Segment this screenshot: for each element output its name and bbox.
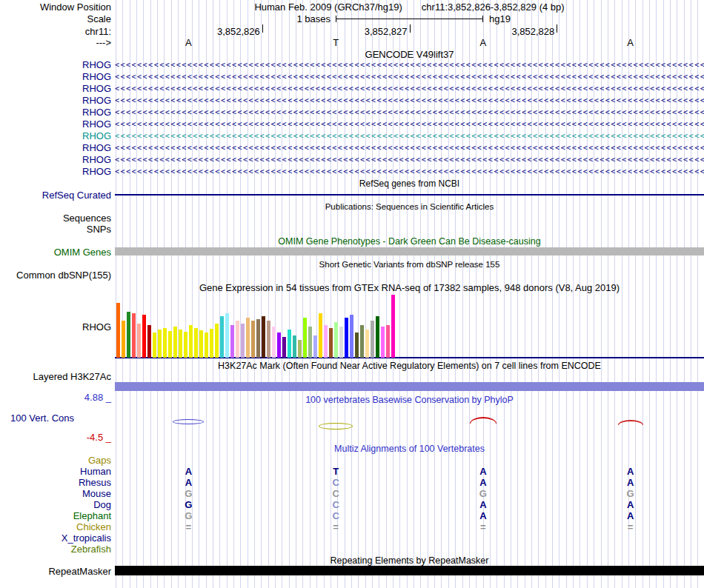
gene-row-label[interactable]: RHOG [0,130,111,142]
conservation-mark[interactable] [618,420,643,425]
species-label[interactable]: Rhesus [0,477,111,488]
gtex-bar[interactable] [199,330,203,358]
gene-arrow-row[interactable]: <<<<<<<<<<<<<<<<<<<<<<<<<<<<<<<<<<<<<<<<… [115,95,704,107]
gtex-bar[interactable] [277,333,281,358]
gene-row-label[interactable]: RHOG [0,59,111,71]
gene-row-label[interactable]: RHOG [0,107,111,118]
gtex-bar[interactable] [303,318,307,358]
h3k27ac-signal-bar[interactable] [115,382,704,391]
gtex-bar[interactable] [230,325,234,358]
gtex-bar[interactable] [246,318,250,358]
repeatmasker-element-bar[interactable] [115,566,704,575]
species-label[interactable]: Chicken [0,521,111,532]
gtex-bar[interactable] [386,325,390,358]
gene-row-label[interactable]: RHOG [0,154,111,166]
gtex-bar[interactable] [381,327,385,358]
gene-arrow-row[interactable]: <<<<<<<<<<<<<<<<<<<<<<<<<<<<<<<<<<<<<<<<… [115,166,704,178]
gtex-bar[interactable] [272,327,276,358]
gtex-bar[interactable] [355,333,359,358]
gtex-bar[interactable] [142,315,146,358]
gtex-bar[interactable] [236,321,239,358]
species-label[interactable]: Gaps [0,455,111,466]
gtex-bar[interactable] [262,316,265,358]
species-label[interactable]: Human [0,466,111,477]
species-label[interactable]: Mouse [0,488,111,499]
layered-h3k27ac-label[interactable]: Layered H3K27Ac [0,371,111,382]
gtex-bar[interactable] [241,324,245,358]
species-label[interactable]: Dog [0,499,111,510]
snps-track-label[interactable]: SNPs [0,224,111,235]
gtex-bar[interactable] [308,327,312,358]
common-dbsnp-label[interactable]: Common dbSNP(155) [0,270,111,281]
gene-row-label[interactable]: RHOG [0,142,111,154]
refseq-gene-line[interactable] [115,194,704,196]
gene-arrow-row[interactable]: <<<<<<<<<<<<<<<<<<<<<<<<<<<<<<<<<<<<<<<<… [115,83,704,95]
gene-arrow-row[interactable]: <<<<<<<<<<<<<<<<<<<<<<<<<<<<<<<<<<<<<<<<… [115,59,704,71]
gtex-bar[interactable] [360,325,364,358]
gtex-bar[interactable] [365,330,369,358]
gtex-bar[interactable] [132,313,136,358]
gtex-bar[interactable] [298,340,302,358]
gene-row-label[interactable]: RHOG [0,166,111,178]
gtex-bar[interactable] [153,333,156,358]
gtex-bar[interactable] [293,335,296,358]
gtex-bar[interactable] [225,313,229,358]
gtex-bar[interactable] [179,330,182,358]
gtex-bar[interactable] [313,335,317,358]
gene-row-label[interactable]: RHOG [0,71,111,83]
gtex-bar[interactable] [319,313,322,358]
species-label[interactable]: X_tropicalis [0,532,111,544]
gtex-bar[interactable] [158,330,162,358]
gtex-gene-label[interactable]: RHOG [0,321,111,333]
gene-arrow-row[interactable]: <<<<<<<<<<<<<<<<<<<<<<<<<<<<<<<<<<<<<<<<… [115,154,704,166]
gtex-bar[interactable] [116,303,120,358]
gene-row-label[interactable]: RHOG [0,95,111,107]
gtex-bar[interactable] [288,330,291,358]
gene-row-label[interactable]: RHOG [0,118,111,130]
conservation-track-label[interactable]: 100 Vert. Cons [10,412,122,424]
gtex-bar[interactable] [329,328,333,358]
gtex-bar[interactable] [251,321,255,358]
omim-gene-bar[interactable] [115,247,704,255]
gene-arrow-row[interactable]: <<<<<<<<<<<<<<<<<<<<<<<<<<<<<<<<<<<<<<<<… [115,130,704,142]
gene-arrow-row[interactable]: <<<<<<<<<<<<<<<<<<<<<<<<<<<<<<<<<<<<<<<<… [115,71,704,83]
species-label[interactable]: Elephant [0,510,111,521]
gtex-bar[interactable] [173,327,177,358]
gtex-bar[interactable] [391,295,395,358]
gene-arrow-row[interactable]: <<<<<<<<<<<<<<<<<<<<<<<<<<<<<<<<<<<<<<<<… [115,118,704,130]
gtex-bar[interactable] [345,318,348,358]
gtex-bar[interactable] [324,325,328,358]
gtex-bar[interactable] [220,316,224,358]
gtex-bar[interactable] [137,324,141,358]
omim-genes-label[interactable]: OMIM Genes [0,247,111,258]
gtex-bar[interactable] [282,337,286,358]
gtex-bar[interactable] [267,321,270,358]
base-letter: A [623,37,638,48]
sequences-track-label[interactable]: Sequences [0,213,111,224]
gtex-bar[interactable] [127,312,130,358]
gtex-bar[interactable] [184,332,187,358]
gtex-bar[interactable] [210,329,213,358]
conservation-mark[interactable] [173,419,204,424]
gtex-bar[interactable] [163,328,167,358]
gtex-bar[interactable] [147,325,151,358]
gtex-bar[interactable] [122,321,125,358]
gtex-bar[interactable] [334,322,338,358]
gtex-bar[interactable] [371,321,374,358]
conservation-mark[interactable] [319,423,353,430]
gene-arrow-row[interactable]: <<<<<<<<<<<<<<<<<<<<<<<<<<<<<<<<<<<<<<<<… [115,107,704,118]
gtex-bar[interactable] [189,325,193,358]
gtex-bar[interactable] [215,324,219,358]
gene-row-label[interactable]: RHOG [0,83,111,95]
gtex-bar[interactable] [256,319,260,358]
gtex-bar[interactable] [376,316,379,358]
gtex-bar[interactable] [205,333,208,358]
repeatmasker-label[interactable]: RepeatMasker [0,566,111,577]
gtex-bar[interactable] [350,315,353,358]
gtex-bar[interactable] [194,328,198,358]
gene-arrow-row[interactable]: <<<<<<<<<<<<<<<<<<<<<<<<<<<<<<<<<<<<<<<<… [115,142,704,154]
gtex-bar[interactable] [339,327,343,358]
refseq-curated-label[interactable]: RefSeq Curated [0,190,111,201]
gtex-bar[interactable] [168,331,172,358]
species-label[interactable]: Zebrafish [0,544,111,555]
